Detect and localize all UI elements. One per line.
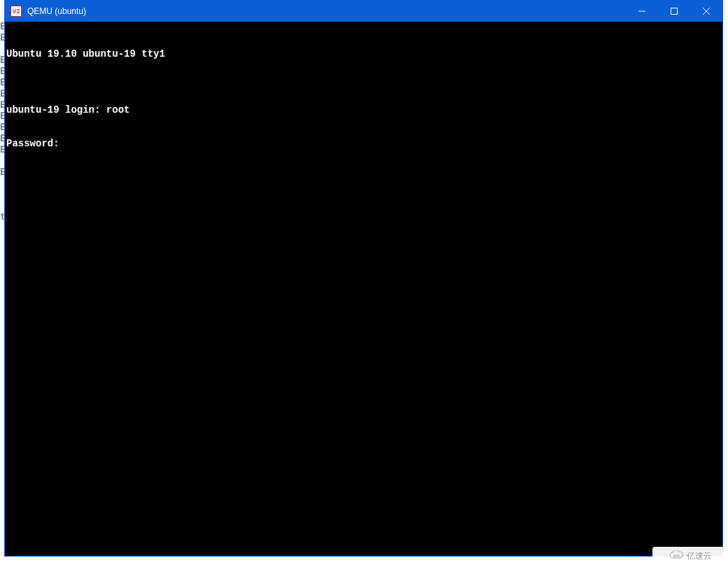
svg-rect-1: [671, 8, 678, 15]
maximize-icon: [671, 8, 678, 15]
titlebar[interactable]: V2 QEMU (ubuntu): [5, 1, 722, 22]
app-icon: V2: [10, 6, 22, 17]
watermark: 亿速云: [652, 547, 728, 565]
window-title: QEMU (ubuntu): [27, 6, 626, 16]
terminal-login-line: ubuntu-19 login: root: [6, 104, 721, 116]
maximize-button[interactable]: [658, 1, 690, 22]
terminal-password-line: Password:: [6, 138, 721, 149]
minimize-button[interactable]: [626, 1, 658, 22]
password-prompt: Password:: [6, 138, 59, 149]
login-input-value: root: [106, 104, 130, 116]
svg-point-5: [678, 554, 680, 557]
minimize-icon: [638, 8, 645, 15]
window-controls: [626, 1, 722, 22]
login-prompt: ubuntu-19 login:: [6, 104, 106, 116]
watermark-text: 亿速云: [687, 550, 712, 562]
vnc-window: V2 QEMU (ubuntu) Ubuntu 19.10 ubuntu-19 …: [4, 0, 723, 557]
close-icon: [703, 8, 710, 15]
cloud-icon: [668, 550, 684, 562]
terminal-banner: Ubuntu 19.10 ubuntu-19 tty1: [6, 48, 721, 60]
close-button[interactable]: [690, 1, 722, 22]
svg-point-4: [674, 554, 676, 557]
terminal-area[interactable]: Ubuntu 19.10 ubuntu-19 tty1 ubuntu-19 lo…: [5, 22, 722, 556]
